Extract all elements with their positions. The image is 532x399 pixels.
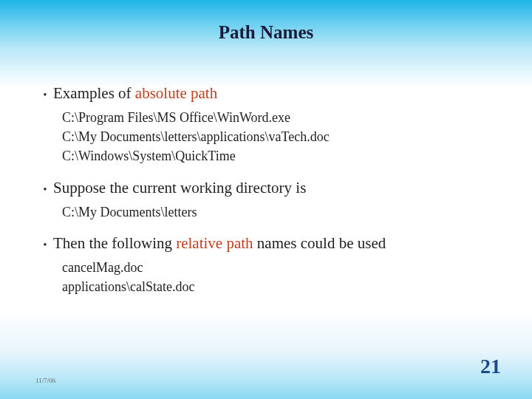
bullet-dot-icon: •: [37, 239, 53, 251]
slide-title: Path Names: [0, 0, 532, 43]
path-example: C:\Windows\System\QuickTime: [62, 146, 495, 166]
page-number: 21: [480, 355, 501, 378]
bullet-dot-icon: •: [37, 184, 53, 196]
sub-lines: C:\Program Files\MS Office\WinWord.exe C…: [37, 108, 495, 166]
path-example: applications\calState.doc: [62, 277, 495, 296]
highlight-term: absolute path: [135, 84, 217, 102]
bullet-item: • Then the following relative path names…: [37, 233, 495, 253]
path-example: C:\Program Files\MS Office\WinWord.exe: [62, 108, 495, 127]
sub-lines: cancelMag.doc applications\calState.doc: [37, 258, 495, 296]
path-example: C:\My Documents\letters\applications\vaT…: [62, 127, 495, 146]
bullet-item: • Suppose the current working directory …: [37, 178, 495, 198]
bullet-item: • Examples of absolute path: [37, 83, 495, 103]
bullet-text: Suppose the current working directory is: [53, 178, 306, 198]
path-example: cancelMag.doc: [62, 258, 495, 277]
path-example: C:\My Documents\letters: [62, 202, 495, 222]
footer-date: 11/7/06: [35, 377, 55, 384]
bullet-text: Then the following relative path names c…: [53, 233, 386, 253]
highlight-term: relative path: [176, 234, 253, 252]
bullet-text: Examples of absolute path: [53, 83, 217, 103]
bullet-dot-icon: •: [37, 89, 53, 101]
sub-lines: C:\My Documents\letters: [37, 202, 495, 222]
slide-body: • Examples of absolute path C:\Program F…: [0, 43, 532, 296]
